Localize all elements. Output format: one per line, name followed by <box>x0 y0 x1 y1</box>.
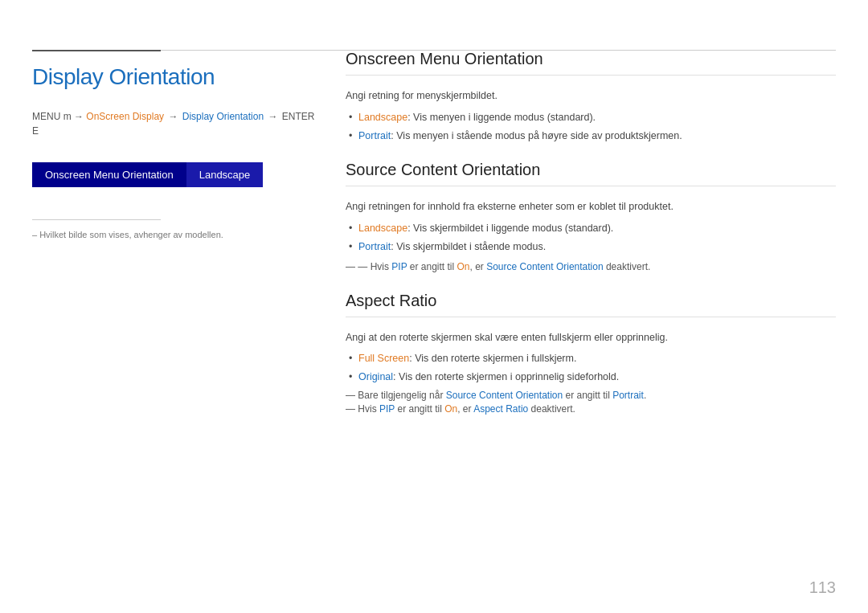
note-source-content-2: Source Content Orientation <box>446 390 563 401</box>
bullet-original-text: : Vis den roterte skjermen i opprinnelig… <box>393 371 619 382</box>
left-divider <box>32 219 161 220</box>
bullet-portrait-2-keyword: Portrait <box>358 241 391 252</box>
bullet-landscape-2-keyword: Landscape <box>358 223 407 234</box>
left-footnote: – Hvilket bilde som vises, avhenger av m… <box>32 230 321 239</box>
page-title: Display Orientation <box>32 64 321 90</box>
breadcrumb-link2[interactable]: Display Orientation <box>182 111 264 122</box>
section-aspect-title: Aspect Ratio <box>346 292 836 310</box>
page-number: 113 <box>809 578 836 597</box>
menu-preview-box: Onscreen Menu Orientation Landscape <box>32 162 263 187</box>
left-panel: Display Orientation MENU m → OnScreen Di… <box>32 50 321 581</box>
note-source-content: Source Content Orientation <box>486 261 603 272</box>
bullet-portrait-1-keyword: Portrait <box>358 130 391 141</box>
note-on-2: On <box>444 403 457 415</box>
bullet-landscape-2-text: : Vis skjermbildet i liggende modus (sta… <box>407 223 613 234</box>
section-aspect: Aspect Ratio Angi at den roterte skjerme… <box>346 292 836 415</box>
note-aspect-ratio: Aspect Ratio <box>473 403 528 415</box>
breadcrumb-arrow2: → <box>265 111 280 122</box>
bullet-landscape-1-keyword: Landscape <box>358 112 407 123</box>
section-source-divider <box>346 186 836 186</box>
breadcrumb: MENU m → OnScreen Display → Display Orie… <box>32 109 321 138</box>
section-source-bullets: Landscape: Vis skjermbildet i liggende m… <box>346 221 836 255</box>
section-aspect-divider <box>346 317 836 317</box>
note-pip-1: PIP <box>391 261 407 272</box>
section-aspect-bullets: Full Screen: Vis den roterte skjermen i … <box>346 351 836 385</box>
note-portrait-2: Portrait <box>612 390 644 401</box>
bullet-fullscreen-keyword: Full Screen <box>358 353 409 364</box>
section-aspect-note1: ― Bare tilgjengelig når Source Content O… <box>346 390 836 401</box>
bullet-fullscreen: Full Screen: Vis den roterte skjermen i … <box>358 351 836 366</box>
bullet-original-keyword: Original <box>358 371 393 382</box>
menu-preview-value: Landscape <box>186 162 264 187</box>
section-onscreen-bullets: Landscape: Vis menyen i liggende modus (… <box>346 110 836 144</box>
section-source-note: ― Hvis PIP er angitt til On, er Source C… <box>346 260 836 274</box>
bullet-landscape-1: Landscape: Vis menyen i liggende modus (… <box>358 110 836 125</box>
section-aspect-note2: ― Hvis PIP er angitt til On, er Aspect R… <box>346 403 836 415</box>
breadcrumb-prefix: MENU m → <box>32 111 86 122</box>
section-onscreen: Onscreen Menu Orientation Angi retning f… <box>346 50 836 143</box>
note-pip-2: PIP <box>379 403 395 415</box>
section-onscreen-desc: Angi retning for menyskjermbildet. <box>346 88 836 104</box>
section-source-desc: Angi retningen for innhold fra eksterne … <box>346 199 836 215</box>
section-onscreen-title: Onscreen Menu Orientation <box>346 50 836 68</box>
section-onscreen-divider <box>346 75 836 76</box>
section-source-title: Source Content Orientation <box>346 161 836 179</box>
bullet-original: Original: Vis den roterte skjermen i opp… <box>358 370 836 385</box>
section-source: Source Content Orientation Angi retninge… <box>346 161 836 273</box>
bullet-portrait-1-text: : Vis menyen i stående modus på høyre si… <box>391 130 682 141</box>
bullet-fullscreen-text: : Vis den roterte skjermen i fullskjerm. <box>409 353 576 364</box>
bullet-portrait-1: Portrait: Vis menyen i stående modus på … <box>358 129 836 144</box>
bullet-landscape-2: Landscape: Vis skjermbildet i liggende m… <box>358 221 836 236</box>
section-aspect-desc: Angi at den roterte skjermen skal være e… <box>346 330 836 345</box>
note-on-1: On <box>457 261 470 272</box>
bullet-landscape-1-text: : Vis menyen i liggende modus (standard)… <box>407 112 596 123</box>
menu-preview-item: Onscreen Menu Orientation <box>32 162 186 187</box>
breadcrumb-link1[interactable]: OnScreen Display <box>86 111 164 122</box>
bullet-portrait-2-text: : Vis skjermbildet i stående modus. <box>391 241 546 252</box>
bullet-portrait-2: Portrait: Vis skjermbildet i stående mod… <box>358 239 836 255</box>
breadcrumb-arrow1: → <box>166 111 181 122</box>
right-panel: Onscreen Menu Orientation Angi retning f… <box>346 50 836 581</box>
